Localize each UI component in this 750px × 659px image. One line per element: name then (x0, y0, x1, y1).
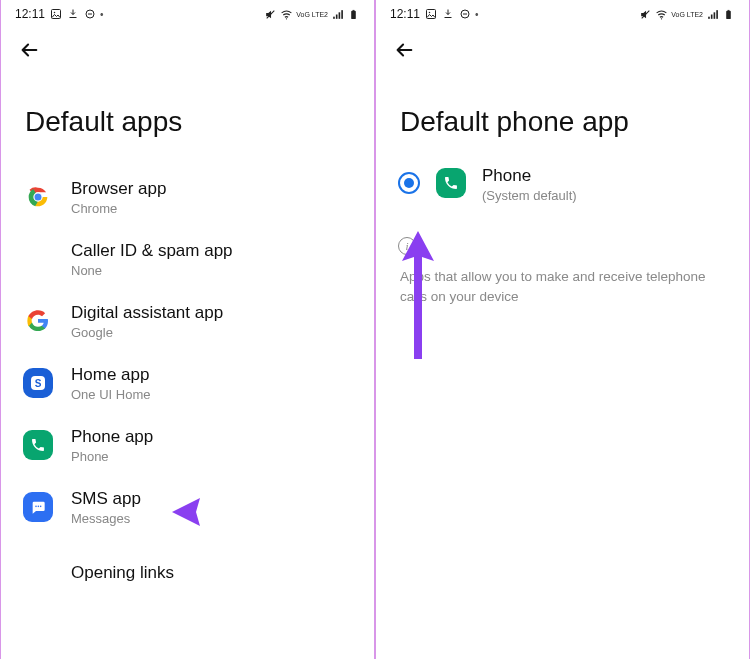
appbar (376, 28, 749, 72)
battery-icon (722, 8, 735, 21)
svg-rect-24 (726, 10, 731, 18)
status-overflow-dot: • (100, 9, 104, 20)
row-sub: One UI Home (71, 387, 150, 402)
svg-rect-7 (341, 10, 343, 19)
info-description: Apps that allow you to make and receive … (376, 261, 749, 306)
row-title: Home app (71, 365, 150, 385)
phone-screen-default-phone-app: 12:11 • VoG LTE2 (375, 0, 750, 659)
svg-point-1 (53, 12, 55, 14)
mute-icon (639, 8, 652, 21)
svg-rect-4 (333, 16, 335, 18)
option-phone[interactable]: Phone (System default) (376, 158, 749, 211)
row-title: Opening links (71, 563, 174, 583)
row-sms-app[interactable]: SMS app Messages (1, 476, 374, 538)
signal-icon (706, 8, 719, 21)
google-icon (23, 306, 53, 336)
status-bar: 12:11 • VoG LTE2 (1, 0, 374, 28)
row-digital-assistant-app[interactable]: Digital assistant app Google (1, 290, 374, 352)
svg-rect-6 (339, 12, 341, 18)
download-icon (441, 8, 454, 21)
svg-point-3 (286, 18, 287, 19)
back-button[interactable] (13, 34, 45, 66)
row-sub: None (71, 263, 233, 278)
svg-point-14 (38, 506, 40, 508)
row-title: Browser app (71, 179, 166, 199)
status-network-label: VoG LTE2 (296, 11, 328, 18)
row-sub: Messages (71, 511, 141, 526)
svg-point-17 (428, 12, 430, 14)
svg-rect-23 (716, 10, 718, 19)
svg-rect-8 (351, 10, 356, 18)
page-title: Default apps (1, 72, 374, 158)
default-apps-list: Browser app Chrome Caller ID & spam app … (1, 158, 374, 600)
messages-icon (23, 492, 53, 522)
svg-point-19 (661, 18, 662, 19)
info-icon: i (398, 237, 416, 255)
signal-icon (331, 8, 344, 21)
back-button[interactable] (388, 34, 420, 66)
dnd-icon (458, 8, 471, 21)
appbar (1, 28, 374, 72)
radio-selected-icon (398, 172, 420, 194)
row-sub: Phone (71, 449, 153, 464)
row-title: Digital assistant app (71, 303, 223, 323)
svg-rect-5 (336, 14, 338, 18)
download-icon (66, 8, 79, 21)
page-title: Default phone app (376, 72, 749, 158)
row-title: Caller ID & spam app (71, 241, 233, 261)
option-sub: (System default) (482, 188, 577, 203)
status-time: 12:11 (390, 7, 420, 21)
row-sub: Google (71, 325, 223, 340)
row-title: SMS app (71, 489, 141, 509)
svg-point-13 (35, 506, 37, 508)
phone-icon (436, 168, 466, 198)
empty-icon (23, 244, 53, 274)
row-caller-id-spam-app[interactable]: Caller ID & spam app None (1, 228, 374, 290)
image-icon (49, 8, 62, 21)
row-title: Phone app (71, 427, 153, 447)
empty-icon (23, 558, 53, 588)
mute-icon (264, 8, 277, 21)
wifi-icon (280, 8, 293, 21)
status-bar: 12:11 • VoG LTE2 (376, 0, 749, 28)
option-title: Phone (482, 166, 577, 186)
svg-rect-9 (353, 9, 355, 10)
svg-rect-22 (714, 12, 716, 18)
status-time: 12:11 (15, 7, 45, 21)
row-opening-links[interactable]: Opening links (1, 538, 374, 600)
wifi-icon (655, 8, 668, 21)
dnd-icon (83, 8, 96, 21)
status-network-label: VoG LTE2 (671, 11, 703, 18)
image-icon (424, 8, 437, 21)
svg-rect-20 (708, 16, 710, 18)
svg-rect-21 (711, 14, 713, 18)
status-overflow-dot: • (475, 9, 479, 20)
svg-rect-25 (728, 9, 730, 10)
phone-icon (23, 430, 53, 460)
row-home-app[interactable]: S Home app One UI Home (1, 352, 374, 414)
row-sub: Chrome (71, 201, 166, 216)
svg-point-15 (40, 506, 42, 508)
chrome-icon (23, 182, 53, 212)
row-browser-app[interactable]: Browser app Chrome (1, 166, 374, 228)
info-icon-row: i (376, 211, 749, 261)
one-ui-home-icon: S (23, 368, 53, 398)
row-phone-app[interactable]: Phone app Phone (1, 414, 374, 476)
phone-screen-default-apps: 12:11 • VoG LTE2 (0, 0, 375, 659)
battery-icon (347, 8, 360, 21)
